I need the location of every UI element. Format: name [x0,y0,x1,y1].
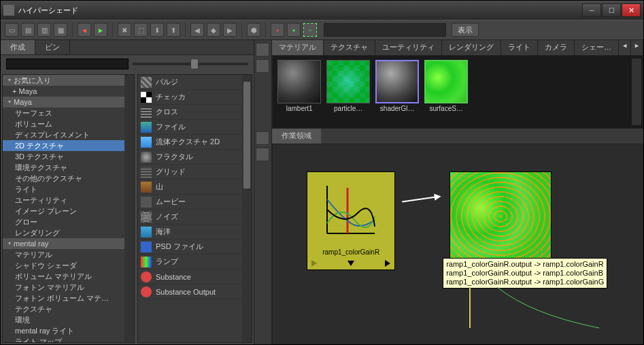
node-fractal[interactable]: フラクタル [138,150,252,165]
ramp-icon [141,257,152,267]
substance-output-icon [141,286,152,297]
swatch-lambert1[interactable]: lambert1 [277,60,322,124]
node-noise[interactable]: ノイズ [138,210,252,225]
graph-output-icon[interactable]: ⬆ [167,23,180,37]
show-downstream-icon[interactable]: ▶ [223,23,237,37]
display-button[interactable]: 表示 [452,23,479,37]
tab-create[interactable]: 作成 [1,40,35,54]
show-upstream-icon[interactable]: ◀ [190,23,204,37]
tree-env-texture[interactable]: 環境テクスチャ [3,162,134,173]
node-psd[interactable]: PSD ファイル [138,240,252,254]
shelftab-shading[interactable]: シェー… [575,40,619,55]
shelf-tool-1-icon[interactable] [256,43,269,56]
node-bulge[interactable]: バルジ [138,75,252,90]
graph-canvas[interactable]: ramp1_colorGainR [272,144,643,344]
node-ramp1-colorgainr[interactable]: ramp1_colorGainR [307,171,395,270]
swatch-particle[interactable]: particle… [326,60,371,124]
clear-graph-icon[interactable]: ✖ [118,23,131,37]
tree-volume[interactable]: ボリューム [3,118,134,129]
node-movie[interactable]: ムービー [138,195,252,210]
downstream-line [450,287,490,344]
shelf-tool-2-icon[interactable] [256,59,269,73]
node-ocean[interactable]: 海洋 [138,225,252,240]
shelftab-scroll-right-icon[interactable]: ► [631,40,643,55]
tree-rendering[interactable]: レンダリング [3,227,134,238]
rearrange-icon[interactable]: ⬚ [134,23,148,37]
swatch-shaderglow[interactable]: shaderGl… [375,60,420,124]
tree-3d-texture[interactable]: 3D テクスチャ [3,151,134,162]
shelftab-material[interactable]: マテリアル [272,40,324,55]
tree-mentalray[interactable]: mental ray [3,238,134,249]
tab-bin[interactable]: ビン [35,40,70,54]
shelftab-light[interactable]: ライト [501,40,538,55]
tree-light[interactable]: ライト [3,184,134,195]
tree-mr-shadow[interactable]: シャドウ シェーダ [3,260,134,271]
select-red-icon[interactable]: ▪ [271,23,284,37]
tree-mr-texture[interactable]: テクスチャ [3,303,134,314]
node-substance-output[interactable]: Substance Output [138,284,252,299]
node1-input-icon[interactable] [311,260,317,267]
select-green-icon[interactable]: ▪ [287,23,301,37]
work-tool-1-icon[interactable] [256,131,269,145]
tree-mr-photonvol[interactable]: フォトン ボリューム マテ… [3,293,134,303]
tree-mr-env[interactable]: 環境 [3,314,134,325]
filter-field[interactable] [324,23,446,37]
node-mountain[interactable]: 山 [138,180,252,195]
shelf-scrollbar[interactable] [632,59,641,125]
tree-glow[interactable]: グロー [3,216,134,227]
window-title: ハイパーシェード [18,5,582,16]
shelftab-scroll-left-icon[interactable]: ◄ [619,40,631,55]
tree-utility[interactable]: ユーティリティ [3,195,134,206]
work-tool-2-icon[interactable] [256,148,269,161]
shelftab-utility[interactable]: ユーティリティ [375,40,442,55]
layout-split-h-icon[interactable]: ▤ [21,23,35,37]
tree-mr-lightmap[interactable]: ライト マップ [3,336,134,343]
shelftab-texture[interactable]: テクスチャ [324,40,375,55]
tree-2d-texture[interactable]: 2D テクスチャ [3,140,134,151]
node-grid[interactable]: グリッド [138,165,252,180]
select-toggle-icon[interactable]: ▫ [303,23,317,37]
separator [185,23,186,37]
tree-surface[interactable]: サーフェス [3,108,134,118]
layout-split-v-icon[interactable]: ▥ [37,23,51,37]
tree-mr-material[interactable]: マテリアル [3,249,134,260]
close-button[interactable] [622,3,641,17]
container-icon[interactable]: ⬢ [247,23,260,37]
tree-scrollbar[interactable] [124,75,134,342]
node-cloth[interactable]: クロス [138,105,252,120]
node-fluid2d[interactable]: 流体テクスチャ 2D [138,135,252,150]
swatch-surface[interactable]: surfaceS… [424,60,469,124]
shelftab-camera[interactable]: カメラ [538,40,575,55]
graph-input-icon[interactable]: ⬇ [150,23,164,37]
node-checker[interactable]: チェッカ [138,90,252,105]
maximize-button[interactable] [602,3,621,17]
node-substance[interactable]: Substance [138,269,252,284]
tree-imageplane[interactable]: イメージ プレーン [3,206,134,216]
tree-displacement[interactable]: ディスプレイスメント [3,129,134,140]
separator [265,23,266,37]
tree-mr-light[interactable]: mental ray ライト [3,325,134,336]
layout-quad-icon[interactable]: ▦ [54,23,67,37]
tree-maya-fav[interactable]: + Maya [3,86,134,97]
tab-workarea[interactable]: 作業領域 [272,129,321,144]
node1-output-icon[interactable] [385,260,390,267]
search-field[interactable] [6,59,129,69]
layout-single-icon[interactable]: ▭ [5,23,18,37]
tree-favorites[interactable]: お気に入り [3,75,134,86]
fluid-icon [141,137,152,148]
tree-maya[interactable]: Maya [3,97,134,108]
nodelist-scrollbar[interactable] [242,75,252,342]
nav-next-icon[interactable]: ► [94,23,107,37]
show-both-icon[interactable]: ◆ [207,23,220,37]
node1-expand-icon[interactable] [348,261,354,266]
tree-mr-photonmat[interactable]: フォトン マテリアル [3,282,134,293]
tree-mr-volmat[interactable]: ボリューム マテリアル [3,271,134,282]
icon-size-slider[interactable] [133,63,248,65]
app-icon [3,5,14,16]
shelftab-rendering[interactable]: レンダリング [442,40,501,55]
node-ramp[interactable]: ランプ [138,254,252,269]
minimize-button[interactable] [582,3,601,17]
node-file[interactable]: ファイル [138,120,252,135]
nav-prev-icon[interactable]: ◄ [78,23,91,37]
tree-other-texture[interactable]: その他のテクスチャ [3,173,134,184]
